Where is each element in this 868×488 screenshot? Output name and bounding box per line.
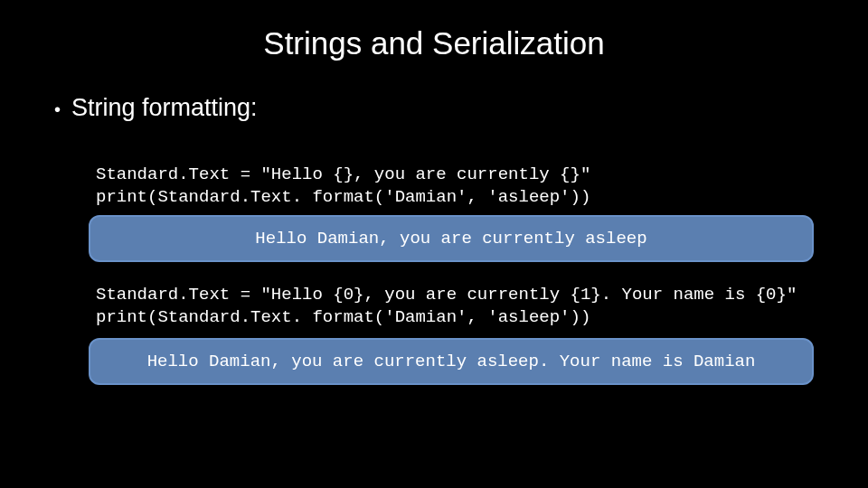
code-block-1: Standard.Text = "Hello {}, you are curre…: [96, 164, 832, 208]
bullet-text: String formatting:: [71, 94, 258, 122]
slide-title: Strings and Serialization: [36, 25, 832, 61]
output-box-2: Hello Damian, you are currently asleep. …: [89, 338, 814, 385]
code-block-2: Standard.Text = "Hello {0}, you are curr…: [96, 284, 832, 328]
bullet-marker: •: [54, 99, 61, 120]
output-box-1: Hello Damian, you are currently asleep: [89, 215, 814, 262]
slide: Strings and Serialization • String forma…: [0, 0, 868, 488]
bullet-item: • String formatting:: [54, 94, 832, 122]
